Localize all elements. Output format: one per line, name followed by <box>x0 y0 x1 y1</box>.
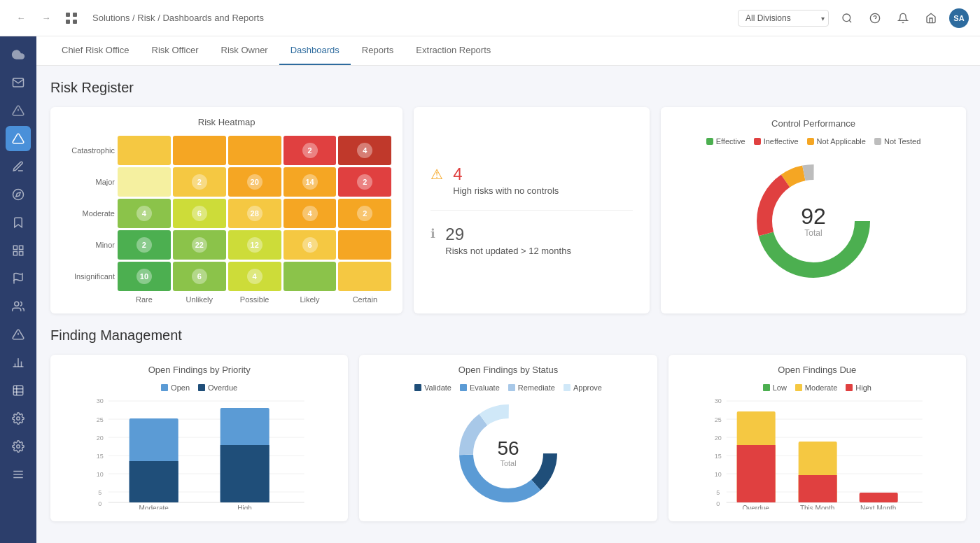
high-risks-item[interactable]: ⚠ 4 High risks with no controls <box>430 150 633 211</box>
sidebar-item-pen[interactable] <box>6 154 31 179</box>
findings-priority-title: Open Findings by Priority <box>62 365 337 375</box>
notification-button[interactable] <box>893 8 913 28</box>
sidebar-item-alert[interactable] <box>6 322 31 347</box>
outdated-risks-count: 29 <box>445 225 571 244</box>
cell-value: 4 <box>247 269 262 284</box>
sidebar-item-active[interactable] <box>6 126 31 151</box>
legend-open: Open <box>161 383 190 392</box>
outdated-risks-item[interactable]: ℹ 29 Risks not updated > 12 months <box>430 211 633 270</box>
cell-value: 2 <box>357 206 372 221</box>
control-performance-title: Control Performance <box>672 118 955 129</box>
sidebar-item-mail[interactable] <box>6 70 31 95</box>
legend-approve: Approve <box>564 383 602 392</box>
legend-dot-not-tested <box>874 138 881 145</box>
cell[interactable] <box>338 230 391 260</box>
cell[interactable]: 6 <box>284 230 337 260</box>
forward-button[interactable]: → <box>36 8 56 28</box>
subnav-risk-owner[interactable]: Risk Owner <box>210 36 279 65</box>
cell[interactable]: 28 <box>228 199 281 228</box>
legend-label-not-tested: Not Tested <box>884 137 920 146</box>
bar-thismonth-high[interactable] <box>798 475 836 502</box>
cell[interactable]: 2 <box>173 167 226 197</box>
svg-rect-24 <box>13 386 23 395</box>
sidebar-item-table[interactable] <box>6 378 31 403</box>
cell[interactable]: 4 <box>228 262 281 291</box>
bar-high-overdue[interactable] <box>220 445 270 502</box>
legend-label-approve: Approve <box>573 383 602 392</box>
top-actions: All Divisions SA <box>738 8 969 28</box>
due-legend: Low Moderate High <box>680 383 955 392</box>
risk-register-row: Risk Heatmap Catastrophic 2 4 <box>50 107 966 313</box>
legend-sq-evaluate <box>460 384 467 391</box>
cell-value: 12 <box>247 237 262 253</box>
cell[interactable] <box>338 262 391 291</box>
search-button[interactable] <box>837 8 857 28</box>
y-25: 25 <box>97 416 104 423</box>
cell[interactable]: 20 <box>228 167 281 197</box>
status-total-number: 56 <box>497 437 519 459</box>
cell[interactable]: 4 <box>118 199 171 228</box>
sidebar-item-users[interactable] <box>6 294 31 319</box>
cell[interactable]: 10 <box>118 262 171 291</box>
subnav-reports[interactable]: Reports <box>351 36 405 65</box>
sidebar-item-flag[interactable] <box>6 266 31 291</box>
findings-status-title: Open Findings by Status <box>370 365 645 375</box>
sidebar-item-settings2[interactable] <box>6 434 31 459</box>
cell[interactable]: 6 <box>173 199 226 228</box>
y-25b: 25 <box>714 416 721 423</box>
bar-moderate-overdue[interactable] <box>130 461 178 502</box>
cell[interactable] <box>173 136 226 165</box>
home-button[interactable] <box>921 8 941 28</box>
subnav-risk-officer[interactable]: Risk Officer <box>141 36 210 65</box>
bar-overdue-high[interactable] <box>736 445 775 502</box>
cell[interactable]: 14 <box>284 167 337 197</box>
main-content: Chief Risk Office Risk Officer Risk Owne… <box>36 36 980 543</box>
y-5: 5 <box>98 489 102 496</box>
cell[interactable] <box>284 262 337 291</box>
finding-management-row: Open Findings by Priority Open Overdue <box>50 355 966 521</box>
sidebar-item-bookmark[interactable] <box>6 210 31 235</box>
cell[interactable]: 4 <box>338 136 391 165</box>
cell[interactable]: 2 <box>284 136 337 165</box>
sidebar-item-compass[interactable] <box>6 182 31 207</box>
cell[interactable]: 2 <box>118 230 171 260</box>
cell[interactable]: 4 <box>284 199 337 228</box>
sidebar-item-settings[interactable] <box>6 406 31 431</box>
y-15b: 15 <box>714 453 721 460</box>
cell-value: 20 <box>247 174 262 190</box>
cell[interactable]: 12 <box>228 230 281 260</box>
help-button[interactable] <box>865 8 885 28</box>
svg-marker-11 <box>16 192 20 197</box>
cell[interactable]: 2 <box>338 167 391 197</box>
subnav-chief-risk-office[interactable]: Chief Risk Office <box>50 36 141 65</box>
svg-rect-1 <box>73 13 77 17</box>
sidebar-item-cloud[interactable] <box>6 42 31 67</box>
subnav-dashboards[interactable]: Dashboards <box>279 36 351 65</box>
bar-nextmonth-high[interactable] <box>859 493 897 502</box>
cell[interactable] <box>118 136 171 165</box>
high-risks-count: 4 <box>453 164 559 184</box>
warning-icon: ⚠ <box>430 166 443 183</box>
subnav-extraction-reports[interactable]: Extraction Reports <box>405 36 502 65</box>
svg-rect-12 <box>13 246 17 249</box>
cell[interactable]: 6 <box>173 262 226 291</box>
x-moderate: Moderate <box>139 505 169 509</box>
cell[interactable]: 2 <box>338 199 391 228</box>
cell[interactable] <box>228 136 281 165</box>
svg-rect-15 <box>13 252 17 255</box>
cell-value: 2 <box>357 174 372 190</box>
donut-total-number: 92 <box>801 204 826 229</box>
avatar[interactable]: SA <box>949 8 969 28</box>
division-select[interactable]: All Divisions <box>738 10 829 27</box>
cell[interactable]: 22 <box>173 230 226 260</box>
risk-stats-card: ⚠ 4 High risks with no controls ℹ 29 Ris… <box>414 107 650 313</box>
back-button[interactable]: ← <box>11 8 31 28</box>
sidebar-item-menu[interactable] <box>6 462 31 487</box>
sidebar-item-layout[interactable] <box>6 238 31 263</box>
sidebar-item-bar-chart[interactable] <box>6 350 31 375</box>
sidebar-item-risk[interactable] <box>6 98 31 123</box>
cell-value: 6 <box>192 206 207 221</box>
legend-sq-overdue <box>198 384 205 391</box>
cell[interactable] <box>118 167 171 197</box>
status-donut-svg: 56 Total <box>445 397 571 509</box>
